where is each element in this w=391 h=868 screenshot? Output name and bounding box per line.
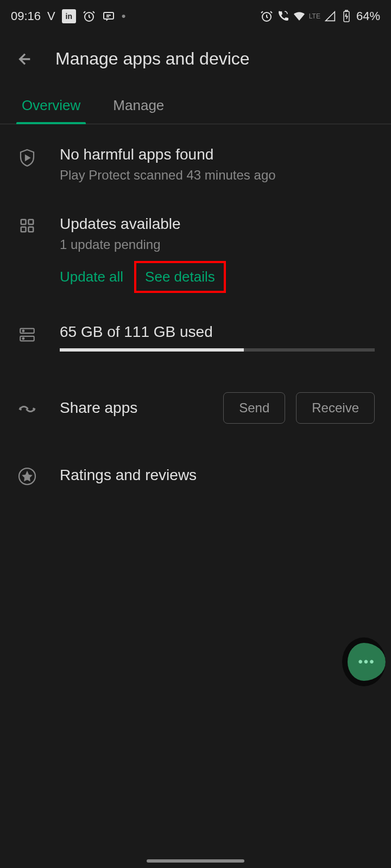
more-icon: •••	[358, 654, 375, 669]
ratings-label: Ratings and reviews	[60, 467, 197, 484]
play-protect-subtitle: Play Protect scanned 43 minutes ago	[60, 168, 375, 183]
message-icon	[102, 10, 115, 23]
back-button[interactable]	[16, 50, 34, 68]
storage-icon	[16, 323, 38, 344]
storage-row[interactable]: 65 GB of 111 GB used	[16, 296, 375, 362]
alarm-icon-2	[260, 10, 273, 23]
share-icon	[16, 397, 38, 419]
updates-title: Updates available	[60, 215, 375, 233]
alarm-icon	[83, 10, 96, 23]
app-header: Manage apps and device	[0, 33, 391, 91]
floating-action-button[interactable]: •••	[342, 637, 386, 686]
star-badge-icon	[16, 464, 38, 486]
share-apps-row: Share apps Send Receive	[16, 362, 375, 435]
see-details-button[interactable]: See details	[145, 269, 215, 285]
updates-row: Updates available 1 update pending Updat…	[16, 194, 375, 296]
page-title: Manage apps and device	[55, 49, 250, 69]
receive-button[interactable]: Receive	[296, 392, 375, 424]
svg-point-12	[23, 338, 24, 340]
v-indicator: V	[47, 9, 55, 23]
dot-indicator: •	[122, 9, 126, 23]
tab-manage[interactable]: Manage	[108, 91, 169, 124]
wifi-icon	[293, 10, 306, 23]
play-protect-row[interactable]: No harmful apps found Play Protect scann…	[16, 124, 375, 194]
lte-indicator: LTE	[309, 12, 320, 20]
send-button[interactable]: Send	[223, 392, 285, 424]
content-area: No harmful apps found Play Protect scann…	[0, 124, 391, 497]
svg-rect-7	[21, 227, 26, 232]
storage-text: 65 GB of 111 GB used	[60, 323, 375, 341]
status-time: 09:16	[11, 9, 41, 23]
svg-rect-5	[21, 220, 26, 225]
play-protect-title: No harmful apps found	[60, 146, 375, 163]
status-bar-left: 09:16 V in •	[11, 9, 125, 23]
storage-progress-fill	[60, 348, 244, 352]
storage-progress-bar	[60, 348, 375, 352]
svg-rect-4	[345, 10, 348, 11]
signal-icon	[324, 10, 337, 23]
tabs: Overview Manage	[0, 91, 391, 124]
status-bar-right: LTE 64%	[260, 9, 380, 23]
apps-grid-icon	[16, 215, 38, 234]
update-all-button[interactable]: Update all	[60, 269, 123, 285]
updates-subtitle: 1 update pending	[60, 237, 375, 252]
ratings-row[interactable]: Ratings and reviews	[16, 435, 375, 497]
shield-icon	[16, 146, 38, 168]
home-indicator[interactable]	[147, 859, 244, 863]
wifi-calling-icon	[276, 10, 289, 23]
svg-rect-8	[29, 227, 34, 232]
see-details-highlight: See details	[134, 261, 226, 293]
svg-rect-6	[29, 220, 34, 225]
svg-point-11	[23, 330, 24, 332]
battery-icon	[340, 10, 353, 23]
status-bar: 09:16 V in • LTE 64%	[0, 0, 391, 33]
share-apps-label: Share apps	[60, 399, 201, 417]
tab-overview[interactable]: Overview	[16, 91, 86, 124]
battery-percent: 64%	[356, 9, 380, 23]
linkedin-icon: in	[62, 9, 76, 23]
